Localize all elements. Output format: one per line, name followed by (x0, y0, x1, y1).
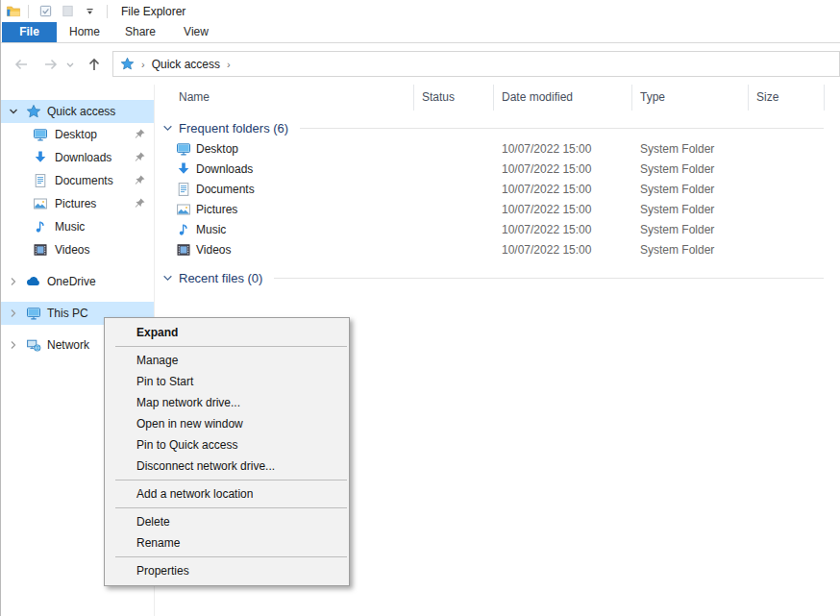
sidebar-item-label: Network (47, 333, 89, 357)
column-header-date-modified[interactable]: Date modified (494, 85, 632, 111)
forward-button[interactable] (41, 55, 61, 74)
column-header-status[interactable]: Status (414, 85, 494, 111)
column-header-type[interactable]: Type (632, 85, 749, 111)
downloads-arrow-icon (176, 161, 191, 177)
up-arrow-icon (85, 55, 104, 74)
window-title: File Explorer (121, 5, 185, 18)
breadcrumb-chevron-icon[interactable]: › (220, 59, 237, 70)
pin-icon (134, 174, 146, 186)
chevron-right-icon[interactable] (9, 340, 18, 350)
file-date-modified: 10/07/2022 15:00 (502, 200, 591, 220)
qat-properties-button[interactable] (37, 4, 54, 19)
sidebar-item-label: Desktop (55, 123, 97, 146)
file-row-music[interactable]: Music 10/07/2022 15:00 System Folder (155, 220, 840, 240)
sidebar-item-label: Downloads (55, 146, 111, 169)
file-type: System Folder (640, 139, 714, 160)
sidebar-item-label: OneDrive (47, 270, 96, 293)
network-icon (26, 337, 41, 353)
chevron-down-icon[interactable] (162, 273, 173, 283)
menu-separator (115, 480, 347, 480)
menu-item-pin-to-quick-access[interactable]: Pin to Quick access (105, 434, 349, 456)
file-name: Pictures (196, 200, 237, 220)
address-bar[interactable]: › Quick access › (112, 51, 840, 77)
sidebar-item-music[interactable]: Music (1, 215, 154, 238)
videos-film-icon (176, 242, 191, 258)
sidebar-item-label: Documents (55, 169, 113, 192)
sidebar-item-label: Music (55, 215, 85, 238)
customize-toolbar-caret-icon (85, 6, 95, 16)
onedrive-cloud-icon (26, 274, 41, 289)
recent-locations-button[interactable] (65, 60, 75, 69)
back-button[interactable] (12, 55, 31, 74)
menu-item-open-in-new-window[interactable]: Open in new window (105, 413, 349, 434)
file-explorer-app-icon (5, 4, 22, 18)
menu-item-pin-to-start[interactable]: Pin to Start (105, 371, 349, 392)
documents-icon (33, 173, 48, 188)
sidebar-item-videos[interactable]: Videos (1, 238, 154, 261)
chevron-down-icon[interactable] (162, 123, 173, 134)
quick-access-star-icon (26, 104, 41, 119)
file-row-documents[interactable]: Documents 10/07/2022 15:00 System Folder (155, 180, 840, 200)
tab-file[interactable]: File (2, 22, 57, 42)
chevron-right-icon[interactable] (9, 277, 18, 286)
back-arrow-icon (12, 55, 31, 74)
file-row-downloads[interactable]: Downloads 10/07/2022 15:00 System Folder (155, 160, 840, 180)
desktop-monitor-icon (33, 127, 48, 142)
menu-separator (115, 556, 347, 557)
breadcrumb-location[interactable]: Quick access (152, 58, 220, 71)
chevron-right-icon[interactable] (9, 308, 18, 318)
sidebar-item-downloads[interactable]: Downloads (1, 146, 154, 169)
customize-quick-access-toolbar-button[interactable] (82, 4, 98, 19)
sidebar-item-pictures[interactable]: Pictures (1, 192, 154, 215)
sidebar-item-label: Quick access (47, 100, 115, 123)
tab-home[interactable]: Home (57, 22, 112, 42)
sidebar-item-documents[interactable]: Documents (1, 169, 154, 192)
qat-new-folder-button[interactable] (60, 4, 76, 19)
menu-item-disconnect-network-drive[interactable]: Disconnect network drive... (105, 456, 349, 477)
videos-film-icon (33, 242, 48, 258)
new-folder-icon (61, 4, 75, 18)
column-header-name[interactable]: Name (155, 85, 414, 111)
menu-item-rename[interactable]: Rename (105, 532, 349, 554)
column-header-size[interactable]: Size (749, 85, 825, 111)
file-row-desktop[interactable]: Desktop 10/07/2022 15:00 System Folder (155, 139, 840, 160)
context-menu: Expand Manage Pin to Start Map network d… (104, 317, 350, 586)
menu-item-map-network-drive[interactable]: Map network drive... (105, 392, 349, 413)
chevron-down-icon[interactable] (9, 107, 18, 116)
music-note-icon (33, 219, 48, 234)
up-button[interactable] (85, 55, 104, 74)
file-type: System Folder (640, 220, 714, 240)
quick-access-star-icon (120, 57, 135, 71)
pin-icon (134, 128, 146, 140)
ribbon-tab-bar: File Home Share View (1, 22, 840, 43)
file-row-pictures[interactable]: Pictures 10/07/2022 15:00 System Folder (155, 200, 840, 220)
menu-item-delete[interactable]: Delete (105, 511, 349, 532)
menu-item-manage[interactable]: Manage (105, 350, 349, 371)
file-name: Videos (196, 240, 231, 260)
navigation-toolbar: › Quick access › (1, 43, 840, 85)
sidebar-item-label: This PC (47, 302, 88, 325)
toolbar-separator (107, 5, 108, 18)
sidebar-item-label: Videos (55, 238, 89, 261)
column-header-row: Name Status Date modified Type Size (155, 85, 840, 111)
menu-item-add-network-location[interactable]: Add a network location (105, 483, 349, 505)
menu-item-properties[interactable]: Properties (105, 560, 349, 581)
group-header-recent-files[interactable]: Recent files (0) (162, 270, 840, 285)
file-row-videos[interactable]: Videos 10/07/2022 15:00 System Folder (155, 240, 840, 260)
file-type: System Folder (640, 200, 714, 220)
sidebar-item-onedrive[interactable]: OneDrive (1, 270, 154, 293)
sidebar-item-desktop[interactable]: Desktop (1, 123, 154, 146)
tab-view[interactable]: View (168, 22, 224, 42)
file-type: System Folder (640, 160, 714, 180)
pin-icon (134, 151, 146, 163)
sidebar-item-quick-access[interactable]: Quick access (1, 100, 154, 123)
group-header-frequent-folders[interactable]: Frequent folders (6) (162, 120, 840, 136)
sidebar-item-label: Pictures (55, 192, 96, 215)
pictures-icon (176, 202, 191, 217)
breadcrumb-chevron-icon[interactable]: › (135, 59, 152, 70)
file-date-modified: 10/07/2022 15:00 (502, 180, 591, 200)
tab-share[interactable]: Share (112, 22, 168, 42)
file-name: Desktop (196, 139, 238, 160)
file-name: Documents (196, 180, 255, 200)
menu-item-expand[interactable]: Expand (105, 322, 349, 343)
